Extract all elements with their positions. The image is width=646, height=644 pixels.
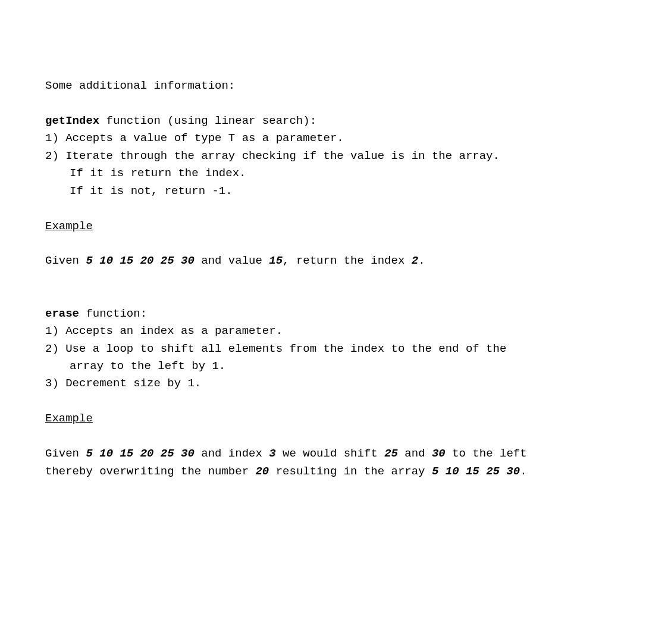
text: and: [398, 447, 432, 460]
erase-example-line-2: thereby overwriting the number 20 result…: [45, 463, 601, 480]
spacer: [45, 200, 601, 217]
example-result: 2: [412, 254, 418, 267]
erase-step-2: 2) Use a loop to shift all elements from…: [45, 340, 601, 358]
getindex-example-label: Example: [45, 218, 601, 235]
example-label-text: Example: [45, 412, 93, 425]
result-array: 5 10 15 25 30: [432, 465, 520, 478]
getindex-name: getIndex: [45, 114, 99, 127]
text: .: [418, 254, 425, 267]
spacer: [45, 95, 601, 112]
erase-step-2a: array to the left by 1.: [45, 358, 601, 375]
overwrite-value: 20: [255, 465, 269, 478]
erase-step-3: 3) Decrement size by 1.: [45, 375, 601, 392]
erase-example-label: Example: [45, 410, 601, 427]
example-label-text: Example: [45, 220, 93, 233]
spacer: [45, 393, 601, 410]
text: .: [520, 465, 526, 478]
example-index: 3: [269, 447, 275, 460]
getindex-heading: getIndex function (using linear search):: [45, 112, 601, 130]
getindex-example-line: Given 5 10 15 20 25 30 and value 15, ret…: [45, 252, 601, 270]
getindex-step-2a: If it is return the index.: [45, 165, 601, 182]
spacer: [45, 270, 601, 287]
erase-name: erase: [45, 307, 79, 320]
erase-step-1: 1) Accepts an index as a parameter.: [45, 323, 601, 340]
document-page: Some additional information: getIndex fu…: [0, 0, 646, 599]
shift-value-2: 30: [432, 447, 446, 460]
text: Given: [45, 254, 86, 267]
text: , return the index: [283, 254, 412, 267]
text: resulting in the array: [269, 465, 432, 478]
text: thereby overwriting the number: [45, 465, 255, 478]
getindex-heading-rest: function (using linear search):: [99, 114, 316, 127]
spacer: [45, 287, 601, 305]
text: and index: [195, 447, 269, 460]
text: and value: [195, 254, 269, 267]
erase-heading: erase function:: [45, 305, 601, 323]
intro-text: Some additional information:: [45, 77, 601, 95]
text: we would shift: [276, 447, 384, 460]
example-array: 5 10 15 20 25 30: [86, 447, 194, 460]
shift-value-1: 25: [384, 447, 398, 460]
getindex-step-2: 2) Iterate through the array checking if…: [45, 148, 601, 165]
spacer: [45, 428, 601, 445]
text: to the left: [446, 447, 527, 460]
spacer: [45, 235, 601, 252]
erase-example-line-1: Given 5 10 15 20 25 30 and index 3 we wo…: [45, 445, 601, 462]
example-array: 5 10 15 20 25 30: [86, 254, 194, 267]
erase-heading-rest: function:: [79, 307, 147, 320]
text: Given: [45, 447, 86, 460]
getindex-step-2b: If it is not, return -1.: [45, 183, 601, 200]
example-value: 15: [269, 254, 283, 267]
getindex-step-1: 1) Accepts a value of type T as a parame…: [45, 130, 601, 147]
